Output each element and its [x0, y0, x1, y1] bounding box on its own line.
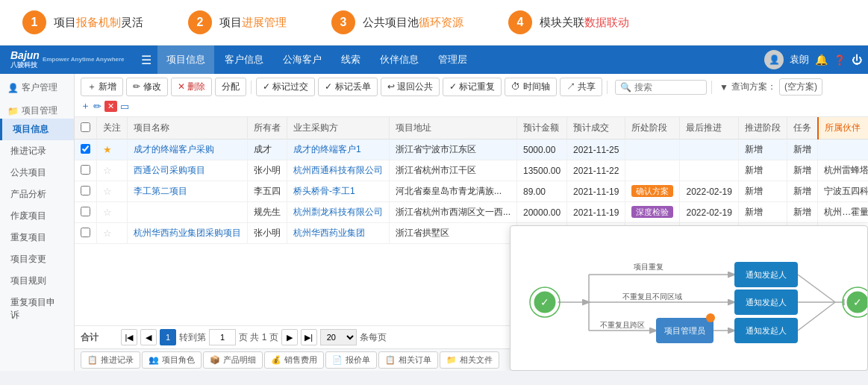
th-stage: 所处阶段	[625, 117, 680, 140]
nav-item-customer-info[interactable]: 客户信息	[216, 46, 272, 74]
mark-submitted-button[interactable]: ✓ 标记过交	[256, 78, 315, 96]
share-button[interactable]: ↗ 共享	[560, 78, 602, 96]
assign-button[interactable]: 分配	[215, 78, 246, 96]
tab-project-role[interactable]: 👥 项目角色	[142, 351, 202, 369]
tab-related-file[interactable]: 📁 相关文件	[440, 351, 499, 369]
star-icon[interactable]: ☆	[103, 186, 112, 197]
row-checkbox[interactable]	[81, 165, 90, 175]
star-icon[interactable]: ☆	[103, 207, 112, 218]
th-star: 关注	[97, 117, 128, 140]
delete-button[interactable]: ✕ 删除	[171, 78, 212, 96]
row-checkbox[interactable]	[81, 228, 90, 237]
star-icon[interactable]: ☆	[103, 228, 112, 239]
power-icon[interactable]: ⏻	[852, 54, 862, 66]
row-partner: 杭州雷蜂塔信息技...	[818, 160, 868, 181]
add-scheme-icon[interactable]: ＋	[81, 99, 90, 113]
bell-icon[interactable]: 🔔	[815, 54, 828, 66]
tab-push-record[interactable]: 📋 推进记录	[81, 351, 140, 369]
svg-text:通知发起人: 通知发起人	[746, 298, 787, 307]
row-checkbox[interactable]	[81, 144, 90, 154]
row-checkbox-cell	[75, 202, 97, 223]
banner-item-1: 1 项目报备机制灵活	[22, 10, 143, 34]
row-owner: 李五四	[248, 181, 287, 202]
row-owner: 张小明	[248, 160, 287, 181]
sidebar-item-project-rule[interactable]: 项目规则	[0, 270, 74, 292]
sidebar-item-project-change[interactable]: 项目变更	[0, 248, 74, 270]
banner-item-3: 3 公共项目池循环资源	[331, 10, 463, 34]
timeline-button[interactable]: ⏱ 时间轴	[505, 78, 556, 96]
row-last-push: 2022-02-19	[680, 202, 738, 223]
add-button[interactable]: ＋ 新增	[81, 78, 123, 96]
search-icon: 🔍	[620, 82, 631, 93]
content-wrapper: ＋ 新增 ✏ 修改 ✕ 删除 分配 ✓ 标记过交 ✓ 标记丢单 ↩ 退回公共 ✓…	[75, 74, 868, 371]
user-icon: 👤	[7, 83, 19, 93]
row-checkbox-cell	[75, 181, 97, 202]
sidebar-item-public-project[interactable]: 公共项目	[0, 162, 74, 184]
th-buyer: 业主采购方	[287, 117, 390, 140]
row-checkbox[interactable]	[81, 207, 90, 216]
layout-icon[interactable]: ▭	[120, 101, 129, 112]
nav-item-public-customer[interactable]: 公海客户	[274, 46, 331, 74]
page-size-select[interactable]: 20 50 100	[320, 329, 357, 345]
sidebar: 👤 客户管理 📁 项目管理 项目信息 推进记录 公共项目 产品分析 作废项目 重…	[0, 74, 75, 371]
row-project-name	[128, 202, 248, 223]
star-icon[interactable]: ★	[103, 144, 112, 155]
svg-line-5	[798, 275, 835, 302]
sidebar-item-project-info[interactable]: 项目信息	[0, 119, 74, 140]
page-first-button[interactable]: |◀	[121, 329, 137, 345]
nav-item-management[interactable]: 管理层	[429, 46, 476, 74]
banner-number-2: 2	[188, 10, 212, 34]
edit-button[interactable]: ✏ 修改	[126, 78, 167, 96]
goto-input[interactable]	[209, 329, 236, 345]
row-push-stage: 新增	[738, 202, 787, 223]
top-banner: 1 项目报备机制灵活 2 项目进展管理 3 公共项目池循环资源 4 模块关联数据…	[0, 0, 868, 46]
sidebar-item-void-project[interactable]: 作废项目	[0, 205, 74, 227]
tab-related-order-label: 相关订单	[399, 354, 431, 366]
tab-related-order[interactable]: 📋 相关订单	[378, 351, 438, 369]
divider-2	[607, 81, 608, 94]
row-amount: 20000.00	[517, 202, 567, 223]
edit-scheme-icon[interactable]: ✏	[93, 101, 102, 112]
row-buyer: 杭州华西药业集团	[287, 223, 390, 244]
filter-scheme-value[interactable]: (空方案)	[779, 78, 822, 96]
svg-line-7	[798, 302, 835, 331]
row-checkbox[interactable]	[81, 186, 90, 195]
page-last-button[interactable]: ▶|	[301, 329, 317, 345]
svg-text:不重复且跨区: 不重复且跨区	[600, 321, 645, 329]
logo-main: Bajun	[10, 50, 40, 61]
select-all-checkbox[interactable]	[81, 122, 90, 132]
row-push-stage: 新增	[738, 140, 787, 160]
tab-product-detail-label: 产品明细	[223, 354, 256, 366]
mark-repeat-button[interactable]: ✓ 标记重复	[443, 78, 502, 96]
navbar-logo: Bajun 八骏科技 Empower Anytime Anywhere	[6, 50, 129, 69]
row-checkbox-cell	[75, 160, 97, 181]
row-checkbox-cell	[75, 223, 97, 244]
svg-text:✓: ✓	[853, 296, 862, 308]
banner-number-1: 1	[22, 10, 46, 34]
return-public-button[interactable]: ↩ 退回公共	[381, 78, 440, 96]
nav-item-leads[interactable]: 线索	[332, 46, 369, 74]
question-icon[interactable]: ❓	[834, 54, 846, 66]
nav-item-project-info[interactable]: 项目信息	[157, 46, 214, 74]
goto-label: 转到第	[179, 331, 206, 344]
sidebar-item-duplicate-appeal[interactable]: 重复项目申诉	[0, 292, 74, 326]
page-prev-button[interactable]: ◀	[140, 329, 157, 345]
page-next-button[interactable]: ▶	[281, 329, 298, 345]
sidebar-item-product-analysis[interactable]: 产品分析	[0, 184, 74, 205]
row-buyer: 桥头桥骨-李工1	[287, 181, 390, 202]
star-icon[interactable]: ☆	[103, 165, 112, 176]
tab-quote[interactable]: 📄 报价单	[325, 351, 377, 369]
nav-item-partner-info[interactable]: 伙伴信息	[371, 46, 428, 74]
tab-sales-expense[interactable]: 💰 销售费用	[264, 351, 324, 369]
delete-scheme-icon[interactable]: ✕	[104, 101, 117, 112]
search-input[interactable]	[634, 82, 702, 93]
folder-icon: 📁	[7, 106, 19, 116]
mark-lost-button[interactable]: ✓ 标记丢单	[318, 78, 377, 96]
row-buyer: 成才的终端客户1	[287, 140, 390, 160]
th-address: 项目地址	[390, 117, 517, 140]
row-address: 河北省秦皇岛市青龙满族...	[390, 181, 517, 202]
hamburger-icon[interactable]: ☰	[135, 53, 157, 67]
sidebar-item-push-record[interactable]: 推进记录	[0, 140, 74, 162]
sidebar-item-duplicate-project[interactable]: 重复项目	[0, 227, 74, 248]
tab-product-detail[interactable]: 📦 产品明细	[203, 351, 263, 369]
